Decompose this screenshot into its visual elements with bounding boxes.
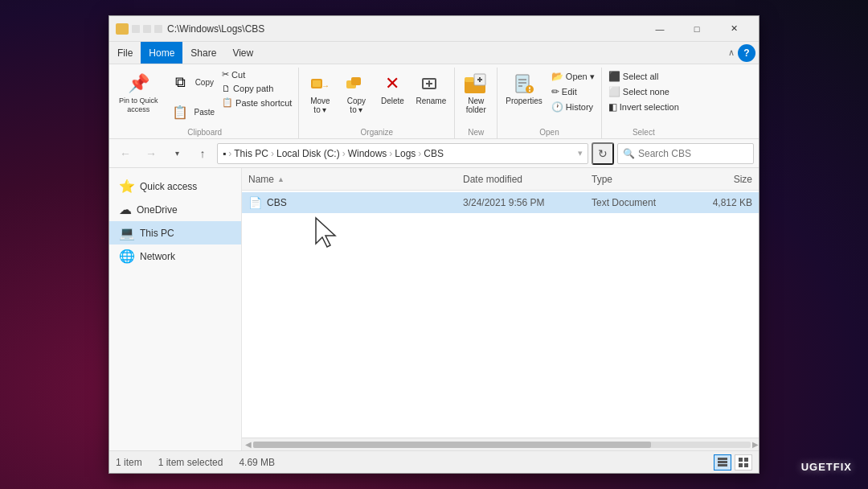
open-button[interactable]: 📂 Open ▾ — [548, 69, 598, 84]
svg-rect-22 — [718, 461, 727, 463]
move-to-button[interactable]: → Moveto ▾ — [302, 68, 338, 117]
horizontal-scrollbar[interactable]: ◀ ▶ — [242, 438, 759, 450]
ribbon-group-organize: → Moveto ▾ Copyto ▾ — [299, 68, 455, 138]
paste-shortcut-button[interactable]: 📋 Paste shortcut — [219, 96, 295, 109]
delete-button[interactable]: ✕ Delete — [375, 68, 410, 109]
pin-to-quick-access-button[interactable]: 📌 Pin to Quickaccess — [114, 68, 163, 117]
maximize-button[interactable]: □ — [678, 16, 715, 42]
select-none-label: Select none — [623, 87, 669, 97]
view-controls — [714, 454, 752, 471]
search-box[interactable]: 🔍 — [617, 143, 754, 164]
select-none-button[interactable]: ⬜ Select none — [605, 84, 682, 99]
refresh-button[interactable]: ↻ — [592, 142, 614, 165]
copy-to-icon — [343, 71, 369, 97]
scroll-right-icon[interactable]: ▶ — [752, 440, 759, 449]
open-col: 📂 Open ▾ ✏ Edit 🕐 History — [548, 69, 598, 114]
scroll-track[interactable] — [253, 442, 751, 448]
svg-text:→: → — [321, 81, 330, 90]
table-row[interactable]: 📄 CBS 3/24/2021 9:56 PM Text Document 4,… — [242, 192, 759, 213]
copy-button[interactable]: ⧉ Copy — [164, 68, 219, 97]
breadcrumb-chevron[interactable]: ▾ — [578, 148, 583, 158]
col-header-size[interactable]: Size — [688, 174, 752, 185]
rename-label: Rename — [416, 97, 446, 105]
up-button[interactable]: ↑ — [191, 142, 214, 165]
paste-icon: 📋 — [167, 99, 193, 125]
search-input[interactable] — [638, 148, 748, 159]
file-list: 📄 CBS 3/24/2021 9:56 PM Text Document 4,… — [242, 191, 759, 438]
menu-file[interactable]: File — [109, 42, 141, 64]
menu-share[interactable]: Share — [182, 42, 224, 64]
invert-selection-button[interactable]: ◧ Invert selection — [605, 100, 682, 114]
svg-rect-25 — [744, 458, 748, 462]
breadcrumb[interactable]: ▪ › This PC › Local Disk (C:) › Windows … — [217, 143, 588, 164]
new-body: Newfolder — [458, 68, 493, 126]
quick-access-icon: ⭐ — [119, 179, 135, 194]
breadcrumb-windows[interactable]: Windows — [348, 148, 387, 159]
breadcrumb-cbs: CBS — [424, 148, 444, 159]
clipboard-body: 📌 Pin to Quickaccess ⧉ Copy 📋 Paste — [114, 68, 295, 126]
copy-path-label: Copy path — [233, 84, 273, 93]
new-folder-button[interactable]: Newfolder — [458, 68, 493, 117]
copy-to-button[interactable]: Copyto ▾ — [338, 68, 374, 117]
sidebar-item-onedrive[interactable]: ☁ OneDrive — [109, 198, 241, 221]
col-header-type[interactable]: Type — [592, 174, 688, 185]
cut-button[interactable]: ✂ Cut — [219, 68, 295, 81]
paste-button[interactable]: 📋 Paste — [164, 97, 219, 126]
network-icon: 🌐 — [119, 249, 135, 264]
history-button[interactable]: 🕐 History — [548, 100, 598, 114]
forward-button[interactable]: → — [140, 142, 162, 165]
rename-button[interactable]: Rename — [411, 68, 451, 109]
breadcrumb-this-pc-label[interactable]: This PC — [234, 148, 268, 159]
edit-button[interactable]: ✏ Edit — [548, 84, 598, 99]
status-bar: 1 item 1 item selected 4.69 MB — [109, 450, 759, 473]
help-button[interactable]: ? — [738, 44, 755, 62]
col-header-name[interactable]: Name ▲ — [248, 174, 463, 185]
edit-icon: ✏ — [551, 86, 559, 97]
select-label: Select — [605, 126, 682, 138]
search-icon: 🔍 — [623, 148, 635, 159]
breadcrumb-logs[interactable]: Logs — [395, 148, 416, 159]
sidebar-item-quick-access[interactable]: ⭐ Quick access — [109, 175, 241, 198]
tiles-view-button[interactable] — [735, 454, 752, 471]
sidebar-quick-access-label: Quick access — [140, 181, 197, 192]
edit-label: Edit — [562, 87, 577, 97]
selected-size: 4.69 MB — [239, 457, 275, 468]
select-none-icon: ⬜ — [608, 86, 620, 97]
breadcrumb-this-pc[interactable]: ▪ — [223, 148, 226, 159]
column-header: Name ▲ Date modified Type Size — [242, 168, 759, 191]
col-name-label: Name — [248, 174, 274, 185]
svg-rect-9 — [465, 77, 474, 82]
details-view-button[interactable] — [714, 454, 731, 471]
move-to-label: Moveto ▾ — [310, 97, 330, 114]
minimize-button[interactable]: — — [641, 16, 678, 42]
paste-shortcut-icon: 📋 — [222, 97, 233, 108]
col-header-date[interactable]: Date modified — [463, 174, 592, 185]
scroll-thumb[interactable] — [253, 442, 651, 448]
clipboard-col: ⧉ Copy 📋 Paste — [164, 68, 219, 126]
sidebar-item-network[interactable]: 🌐 Network — [109, 244, 241, 268]
sidebar-item-this-pc[interactable]: 💻 This PC — [109, 221, 241, 244]
move-to-icon: → — [307, 71, 333, 97]
recent-locations-button[interactable]: ▾ — [166, 142, 188, 165]
ribbon-collapse[interactable]: ∧ — [728, 47, 735, 58]
menu-view[interactable]: View — [224, 42, 261, 64]
copy-path-button[interactable]: 🗋 Copy path — [219, 82, 295, 95]
close-button[interactable]: ✕ — [715, 16, 752, 42]
this-pc-icon: 💻 — [119, 225, 135, 240]
selected-count: 1 item selected — [158, 457, 223, 468]
onedrive-icon: ☁ — [119, 202, 132, 217]
menu-home[interactable]: Home — [141, 42, 182, 64]
back-button[interactable]: ← — [114, 142, 137, 165]
svg-point-19 — [529, 90, 530, 92]
sort-asc-icon: ▲ — [277, 175, 285, 183]
sidebar-network-label: Network — [140, 251, 175, 262]
title-icon-small2 — [143, 25, 151, 33]
scroll-left-icon[interactable]: ◀ — [245, 440, 252, 449]
menu-right: ∧ ? — [728, 42, 759, 64]
ribbon-group-open: Properties 📂 Open ▾ ✏ Edit 🕐 — [497, 68, 602, 138]
properties-button[interactable]: Properties — [501, 68, 547, 109]
cut-icon: ✂ — [222, 69, 229, 80]
select-all-button[interactable]: ⬛ Select all — [605, 69, 682, 84]
properties-label: Properties — [506, 97, 542, 105]
breadcrumb-local-disk[interactable]: Local Disk (C:) — [276, 148, 340, 159]
